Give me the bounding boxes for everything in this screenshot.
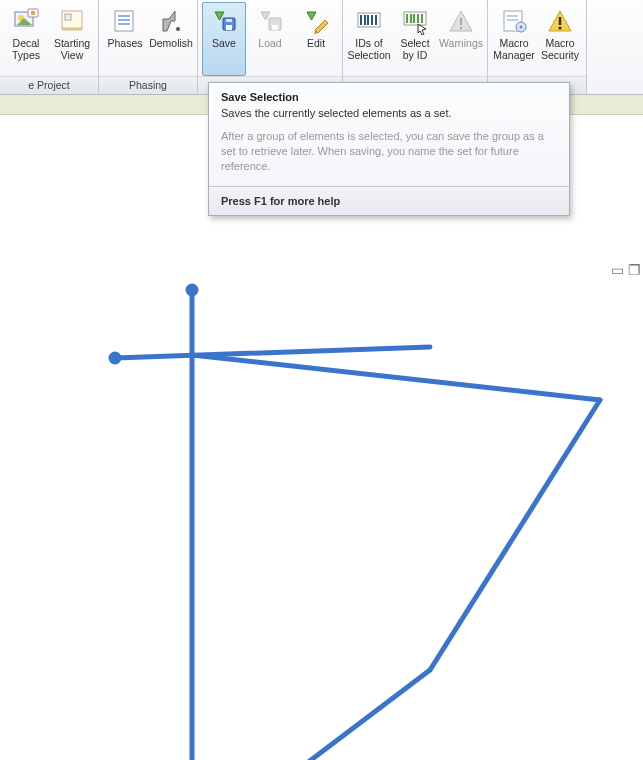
select-by-id-button[interactable]: Select by ID	[393, 2, 437, 76]
load-sel-icon	[255, 6, 285, 36]
svg-rect-13	[226, 25, 232, 30]
svg-marker-18	[307, 12, 316, 20]
group-label: e Project	[0, 76, 98, 94]
svg-point-10	[176, 27, 180, 31]
demolish-button[interactable]: Demolish	[149, 2, 193, 76]
svg-line-46	[115, 347, 430, 358]
barcode-cursor-icon	[400, 6, 430, 36]
button-label: Demolish	[149, 38, 193, 50]
button-label: Macro Manager	[493, 38, 534, 61]
button-label: IDs of Selection	[347, 38, 390, 61]
starting-view-button[interactable]: Starting View	[50, 2, 94, 76]
svg-point-48	[111, 354, 119, 362]
edit-sel-icon	[301, 6, 331, 36]
svg-line-44	[430, 400, 600, 670]
macro-manager-icon	[499, 6, 529, 36]
tooltip: Save Selection Saves the currently selec…	[208, 82, 570, 216]
tooltip-title: Save Selection	[209, 83, 569, 107]
tooltip-extra: After a group of elements is selected, y…	[209, 129, 569, 186]
ribbon: Decal TypesStarting Viewe ProjectPhasesD…	[0, 0, 643, 95]
right-dock: ▭ ❐	[609, 260, 643, 280]
tooltip-footer: Press F1 for more help	[209, 186, 569, 215]
button-label: Save	[212, 38, 236, 50]
svg-line-45	[192, 355, 600, 400]
edit-button[interactable]: Edit	[294, 2, 338, 76]
warnings-button: Warnings	[439, 2, 483, 76]
button-label: Warnings	[439, 38, 483, 50]
svg-rect-17	[272, 25, 278, 30]
decal-icon	[11, 6, 41, 36]
button-label: Select by ID	[400, 38, 429, 61]
ribbon-group: Decal TypesStarting Viewe Project	[0, 0, 99, 94]
tooltip-description: Saves the currently selected elements as…	[209, 107, 569, 129]
svg-point-33	[460, 27, 463, 30]
phases-icon	[110, 6, 140, 36]
starting-view-icon	[57, 6, 87, 36]
ribbon-group: Macro ManagerMacro Security	[488, 0, 587, 94]
group-label: Phasing	[99, 76, 197, 94]
decal-types-button[interactable]: Decal Types	[4, 2, 48, 76]
svg-line-43	[192, 670, 430, 760]
svg-point-3	[31, 11, 36, 16]
load-button: Load	[248, 2, 292, 76]
button-label: Starting View	[54, 38, 90, 61]
save-button[interactable]: Save	[202, 2, 246, 76]
button-label: Edit	[307, 38, 325, 50]
button-label: Macro Security	[541, 38, 579, 61]
ribbon-group: PhasesDemolishPhasing	[99, 0, 198, 94]
button-label: Decal Types	[12, 38, 40, 61]
svg-rect-5	[65, 14, 71, 20]
svg-point-41	[558, 26, 561, 29]
panel-icon[interactable]: ❐	[628, 262, 641, 278]
phases-button[interactable]: Phases	[103, 2, 147, 76]
svg-point-38	[520, 26, 523, 29]
svg-point-47	[188, 286, 196, 294]
ribbon-group: IDs of SelectionSelect by IDWarnings	[343, 0, 488, 94]
macro-manager-button[interactable]: Macro Manager	[492, 2, 536, 76]
warning-icon	[446, 6, 476, 36]
save-sel-icon	[209, 6, 239, 36]
ids-of-selection-button[interactable]: IDs of Selection	[347, 2, 391, 76]
dash-icon[interactable]: ▭	[611, 262, 624, 278]
svg-rect-14	[226, 19, 232, 22]
barcode-icon	[354, 6, 384, 36]
button-label: Load	[258, 38, 281, 50]
demolish-icon	[156, 6, 186, 36]
ribbon-group: SaveLoadEdit	[198, 0, 343, 94]
macro-security-button[interactable]: Macro Security	[538, 2, 582, 76]
button-label: Phases	[107, 38, 142, 50]
macro-security-icon	[545, 6, 575, 36]
